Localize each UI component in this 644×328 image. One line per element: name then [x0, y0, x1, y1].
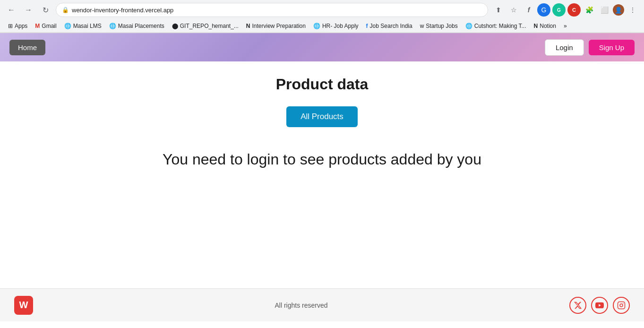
notion-icon-1: N — [246, 23, 250, 29]
main-content: Product data All Products You need to lo… — [0, 61, 644, 288]
footer-social — [569, 297, 630, 314]
bookmark-notion-label: Notion — [540, 23, 556, 29]
youtube-icon[interactable] — [591, 297, 608, 314]
apps-icon: ⊞ — [8, 23, 13, 29]
bookmark-notion[interactable]: N Notion — [531, 21, 559, 31]
bookmark-apps[interactable]: ⊞ Apps — [5, 21, 31, 31]
twitter-icon[interactable] — [569, 297, 586, 314]
bookmark-masai-placements[interactable]: 🌐 Masai Placements — [106, 21, 168, 31]
bookmark-gmail-label: Gmail — [42, 23, 56, 29]
bookmark-masai-lms-label: Masai LMS — [73, 23, 102, 29]
extensions-icon[interactable]: 🧩 — [583, 3, 596, 17]
masai-lms-icon: 🌐 — [64, 23, 71, 29]
bookmark-apps-label: Apps — [15, 23, 27, 29]
bookmark-startup-label: Startup Jobs — [426, 23, 457, 29]
signup-button[interactable]: Sign Up — [589, 40, 635, 55]
back-button[interactable]: ← — [5, 3, 18, 17]
site-nav: Home Login Sign Up — [0, 33, 644, 61]
browser-chrome: ← → ↻ 🔒 wendor-inventory-frontend.vercel… — [0, 0, 644, 33]
lock-icon: 🔒 — [62, 7, 69, 13]
bookmark-masai-lms[interactable]: 🌐 Masai LMS — [61, 21, 105, 31]
notion-icon-2: N — [534, 23, 538, 29]
bookmark-more[interactable]: » — [560, 21, 570, 31]
home-button[interactable]: Home — [9, 40, 45, 55]
nav-right: Login Sign Up — [545, 39, 635, 56]
footer-copyright: All rights reserved — [275, 302, 327, 309]
page-title: Product data — [276, 76, 369, 93]
refresh-button[interactable]: ↻ — [39, 3, 52, 17]
masai-placements-icon: 🌐 — [109, 23, 116, 29]
bookmark-startup-jobs[interactable]: w Startup Jobs — [417, 21, 461, 31]
gmail-icon: M — [35, 23, 40, 29]
address-bar[interactable]: 🔒 wendor-inventory-frontend.vercel.app — [56, 3, 488, 17]
bookmark-cutshort[interactable]: 🌐 Cutshort: Making T... — [462, 21, 530, 31]
star-icon[interactable]: ☆ — [507, 3, 520, 17]
bookmark-git-repo[interactable]: ⬤ GIT_REPO_hemant_... — [169, 21, 242, 31]
svg-rect-0 — [618, 302, 625, 309]
bookmark-gmail[interactable]: M Gmail — [32, 21, 60, 31]
bookmark-cutshort-label: Cutshort: Making T... — [474, 23, 526, 29]
cutshort-icon: 🌐 — [465, 23, 472, 29]
share-icon[interactable]: ⬆ — [492, 3, 505, 17]
login-required-message: You need to login to see products added … — [163, 151, 481, 168]
window-icon[interactable]: ⬜ — [598, 3, 611, 17]
fb-icon: f — [366, 23, 368, 29]
login-button[interactable]: Login — [545, 39, 584, 56]
grammarly-icon[interactable]: G — [552, 3, 566, 17]
translate-icon[interactable]: G — [537, 3, 550, 17]
browser-toolbar: ← → ↻ 🔒 wendor-inventory-frontend.vercel… — [0, 0, 644, 20]
bookmark-interview-label: Interview Preparation — [252, 23, 306, 29]
forward-button[interactable]: → — [22, 3, 35, 17]
toolbar-icons: ⬆ ☆ f G G C 🧩 ⬜ 👤 ⋮ — [492, 3, 639, 17]
svg-point-1 — [620, 304, 623, 307]
bookmark-hr-job[interactable]: 🌐 HR- Job Apply — [310, 21, 362, 31]
bookmark-job-search-label: Job Search India — [370, 23, 412, 29]
more-label: » — [564, 23, 567, 29]
profile-avatar[interactable]: 👤 — [613, 4, 624, 16]
colorful-icon[interactable]: C — [567, 3, 581, 17]
bookmark-git-label: GIT_REPO_hemant_... — [180, 23, 239, 29]
git-icon: ⬤ — [172, 23, 178, 29]
bookmark-hr-label: HR- Job Apply — [322, 23, 359, 29]
bookmark-masai-placements-label: Masai Placements — [118, 23, 164, 29]
bookmark-job-search[interactable]: f Job Search India — [363, 21, 416, 31]
menu-icon[interactable]: ⋮ — [626, 3, 639, 17]
svg-point-2 — [623, 303, 624, 304]
footer: W All rights reserved — [0, 288, 644, 321]
bookmark-interview-prep[interactable]: N Interview Preparation — [243, 21, 309, 31]
font-icon[interactable]: f — [522, 3, 535, 17]
footer-logo: W — [14, 296, 33, 315]
hr-icon: 🌐 — [313, 23, 320, 29]
instagram-icon[interactable] — [613, 297, 630, 314]
url-text: wendor-inventory-frontend.vercel.app — [72, 7, 173, 14]
all-products-button[interactable]: All Products — [286, 106, 358, 127]
bookmarks-bar: ⊞ Apps M Gmail 🌐 Masai LMS 🌐 Masai Place… — [0, 20, 644, 33]
w-icon: w — [420, 23, 424, 29]
